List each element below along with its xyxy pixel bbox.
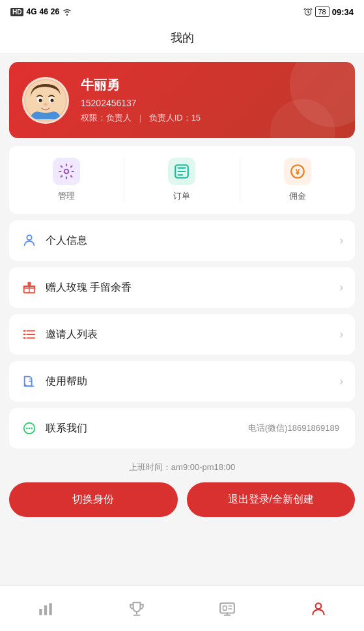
svg-text:¥: ¥ <box>296 168 300 177</box>
svg-rect-21 <box>49 603 51 615</box>
commission-icon: ¥ <box>284 158 311 185</box>
personal-info-text: 个人信息 <box>46 234 340 248</box>
gift-icon <box>21 279 38 296</box>
order-label: 订单 <box>173 190 190 202</box>
menu-item-contact[interactable]: 联系我们 电话(微信)18691869189 <box>9 408 355 448</box>
svg-point-24 <box>316 603 322 609</box>
profile-info: 牛丽勇 15202456137 权限：负责人 | 负责人ID：15 <box>81 76 201 124</box>
menu-item-help[interactable]: 使用帮助 › <box>9 361 355 402</box>
avatar <box>22 77 69 124</box>
svg-point-8 <box>44 103 48 106</box>
page-title: 我的 <box>0 23 364 54</box>
menu-item-personal[interactable]: 个人信息 › <box>9 220 355 261</box>
bar-chart-icon <box>37 600 54 617</box>
nav-item-profile[interactable] <box>297 596 340 621</box>
svg-point-13 <box>27 235 31 240</box>
switch-identity-button[interactable]: 切换身份 <box>9 482 178 517</box>
status-left: HD 4G 46 26 <box>10 7 72 16</box>
svg-point-2 <box>27 98 32 104</box>
avatar-image <box>24 79 67 122</box>
help-text: 使用帮助 <box>46 375 340 389</box>
quick-actions: 管理 订单 ¥ 佣金 <box>9 146 355 214</box>
profile-card: 牛丽勇 15202456137 权限：负责人 | 负责人ID：15 <box>9 62 355 138</box>
svg-point-16 <box>26 428 28 430</box>
bottom-nav <box>0 585 364 631</box>
manage-label: 管理 <box>58 190 75 202</box>
svg-rect-23 <box>223 606 227 610</box>
status-right: 78 09:34 <box>303 7 354 17</box>
menu-list: 个人信息 › 赠人玫瑰 手留余香 › 邀请人列表 › <box>9 220 355 455</box>
book-icon <box>21 373 38 390</box>
arrow-icon-help: › <box>340 375 343 387</box>
arrow-icon-gift: › <box>340 282 343 293</box>
hd-badge: HD <box>10 8 23 16</box>
svg-rect-19 <box>39 609 42 615</box>
nav-item-trophy[interactable] <box>115 596 158 621</box>
time-display: 09:34 <box>332 7 354 17</box>
svg-point-17 <box>29 428 31 430</box>
invite-text: 邀请人列表 <box>46 328 340 342</box>
svg-point-7 <box>51 98 54 102</box>
nav-item-screen[interactable] <box>206 596 249 621</box>
quick-action-manage[interactable]: 管理 <box>9 158 124 202</box>
contact-text: 联系我们 <box>46 422 248 435</box>
status-bar: HD 4G 46 26 78 09:34 <box>0 0 364 23</box>
network-4g: 4G <box>26 7 36 16</box>
manage-icon <box>53 158 80 185</box>
list-icon <box>21 326 38 343</box>
arrow-icon-invite: › <box>340 329 343 340</box>
svg-point-18 <box>31 428 33 430</box>
alarm-icon <box>303 7 313 16</box>
svg-point-6 <box>39 98 42 102</box>
work-hours: 上班时间：am9:00-pm18:00 <box>0 455 364 482</box>
action-buttons: 切换身份 退出登录/全新创建 <box>9 482 355 517</box>
logout-button[interactable]: 退出登录/全新创建 <box>187 482 356 517</box>
profile-role: 权限：负责人 | 负责人ID：15 <box>81 112 201 124</box>
wifi-icon <box>62 8 72 16</box>
svg-point-3 <box>59 98 64 104</box>
network-2g: 26 <box>51 7 59 16</box>
order-icon <box>168 158 195 185</box>
svg-rect-20 <box>44 605 47 615</box>
battery-level: 78 <box>315 7 329 17</box>
commission-label: 佣金 <box>289 190 306 202</box>
chat-icon <box>21 420 38 437</box>
quick-action-commission[interactable]: ¥ 佣金 <box>240 158 355 202</box>
person-icon <box>21 232 38 249</box>
svg-point-9 <box>64 169 69 174</box>
trophy-icon <box>128 600 145 617</box>
svg-rect-22 <box>221 603 235 613</box>
gift-text: 赠人玫瑰 手留余香 <box>46 281 340 295</box>
profile-nav-icon <box>310 600 327 617</box>
nav-item-stats[interactable] <box>24 596 67 621</box>
network-46: 46 <box>39 7 48 16</box>
quick-action-order[interactable]: 订单 <box>124 158 240 202</box>
menu-item-gift[interactable]: 赠人玫瑰 手留余香 › <box>9 267 355 308</box>
contact-phone: 电话(微信)18691869189 <box>248 422 339 434</box>
menu-item-invite[interactable]: 邀请人列表 › <box>9 314 355 355</box>
profile-phone: 15202456137 <box>81 98 201 108</box>
arrow-icon-personal: › <box>340 235 343 246</box>
screen-icon <box>219 600 236 617</box>
profile-name: 牛丽勇 <box>81 76 201 94</box>
